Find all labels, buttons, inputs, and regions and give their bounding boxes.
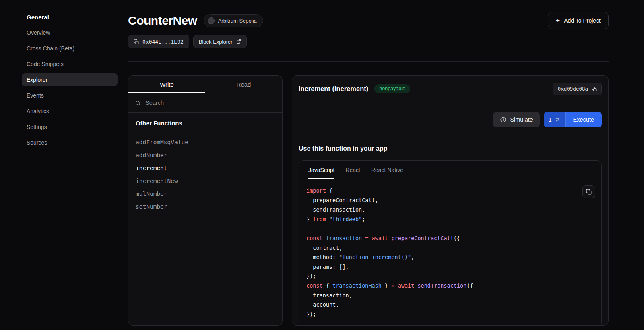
add-to-project-button[interactable]: + Add To Project — [548, 12, 609, 29]
sidebar-item-settings[interactable]: Settings — [22, 120, 118, 133]
explorer-content: Write Read Other Functions addFromMsgVal… — [128, 75, 609, 326]
sidebar-item-events[interactable]: Events — [22, 89, 118, 102]
contract-meta-row: 0x044E...1E92 Block Explorer — [128, 35, 609, 48]
page-header: CounterNew Arbitrum Sepolia + Add To Pro… — [128, 12, 609, 29]
code-line: sendTransaction, — [306, 205, 594, 215]
function-selector: 0xd09de08a — [558, 86, 588, 92]
other-functions-title: Other Functions — [136, 120, 275, 127]
function-detail-title: Increment (increment) — [299, 85, 368, 93]
usage-heading: Use this function in your app — [292, 127, 608, 152]
tab-read[interactable]: Read — [205, 76, 282, 93]
simulate-label: Simulate — [510, 116, 533, 123]
code-tabs: JavaScript React React Native — [299, 161, 601, 179]
function-detail-panel: Increment (increment) nonpayable 0xd09de… — [292, 75, 609, 326]
code-line: const transaction = await prepareContrac… — [306, 234, 594, 243]
function-item-setNumber[interactable]: setNumber — [128, 200, 282, 213]
main-content: CounterNew Arbitrum Sepolia + Add To Pro… — [128, 0, 644, 330]
search-icon — [135, 100, 141, 106]
code-line — [306, 224, 594, 234]
function-list: addFromMsgValue addNumber increment incr… — [128, 132, 282, 217]
sidebar-item-overview[interactable]: Overview — [22, 26, 118, 39]
code-line: prepareContractCall, — [306, 196, 594, 205]
external-link-icon — [236, 39, 241, 44]
block-explorer-label: Block Explorer — [199, 39, 233, 45]
code-block: import { prepareContractCall, sendTransa… — [306, 186, 594, 319]
tab-write[interactable]: Write — [128, 76, 205, 93]
function-detail-header: Increment (increment) nonpayable 0xd09de… — [292, 76, 608, 102]
sidebar: General Overview Cross Chain (Beta) Code… — [0, 0, 128, 330]
code-tab-react-native[interactable]: React Native — [371, 161, 403, 179]
functions-panel: Write Read Other Functions addFromMsgVal… — [128, 75, 283, 326]
code-tab-react[interactable]: React — [345, 161, 360, 179]
function-item-mulNumber[interactable]: mulNumber — [128, 187, 282, 200]
copy-icon — [592, 87, 597, 91]
function-item-addNumber[interactable]: addNumber — [128, 149, 282, 162]
copy-icon — [134, 39, 139, 44]
execute-button[interactable]: Execute — [566, 112, 602, 127]
code-copy-button[interactable] — [582, 185, 595, 198]
app-root: General Overview Cross Chain (Beta) Code… — [0, 0, 644, 330]
block-explorer-button[interactable]: Block Explorer — [193, 35, 247, 48]
sidebar-item-analytics[interactable]: Analytics — [22, 105, 118, 118]
sidebar-item-code-snippets[interactable]: Code Snippets — [22, 58, 118, 71]
code-line: method: "function increment()", — [306, 253, 594, 262]
code-card: JavaScript React React Native import { p… — [299, 160, 602, 326]
execute-count: 1 — [549, 116, 552, 123]
swap-icon — [555, 117, 560, 122]
sidebar-item-cross-chain[interactable]: Cross Chain (Beta) — [22, 42, 118, 55]
page-title: CounterNew — [128, 14, 197, 27]
sidebar-nav: Overview Cross Chain (Beta) Code Snippet… — [0, 26, 128, 149]
other-functions-header: Other Functions — [136, 120, 275, 132]
function-item-addFromMsgValue[interactable]: addFromMsgValue — [128, 136, 282, 149]
code-line: const { transactionHash } = await sendTr… — [306, 281, 594, 291]
function-tabs: Write Read — [128, 76, 282, 93]
code-line: import { — [306, 186, 594, 196]
code-line: transaction, — [306, 291, 594, 301]
header-divider — [128, 61, 609, 62]
action-row: Simulate 1 Execute — [292, 102, 608, 127]
code-line: }); — [306, 310, 594, 320]
function-item-incrementNew[interactable]: incrementNew — [128, 174, 282, 187]
contract-address-button[interactable]: 0x044E...1E92 — [128, 35, 189, 48]
code-line: }); — [306, 272, 594, 281]
code-wrap: import { prepareContractCall, sendTransa… — [299, 179, 601, 326]
code-tab-javascript[interactable]: JavaScript — [308, 161, 334, 179]
function-search-input[interactable] — [145, 100, 276, 106]
chain-icon — [208, 17, 215, 24]
function-search-row — [128, 93, 282, 113]
plus-icon: + — [556, 17, 560, 24]
function-item-increment[interactable]: increment — [128, 162, 282, 174]
code-line: account, — [306, 300, 594, 310]
sidebar-item-sources[interactable]: Sources — [22, 136, 118, 149]
info-icon — [500, 116, 506, 123]
execute-button-group: 1 Execute — [544, 112, 602, 127]
add-to-project-label: Add To Project — [564, 17, 601, 24]
simulate-button[interactable]: Simulate — [493, 112, 539, 127]
mutability-badge: nonpayable — [374, 84, 410, 93]
contract-address: 0x044E...1E92 — [142, 39, 184, 45]
code-line: params: [], — [306, 262, 594, 272]
network-badge[interactable]: Arbitrum Sepolia — [204, 14, 263, 27]
network-badge-label: Arbitrum Sepolia — [218, 18, 257, 24]
sidebar-heading: General — [0, 14, 128, 26]
code-line: contract, — [306, 243, 594, 253]
sidebar-item-explorer[interactable]: Explorer — [22, 73, 118, 86]
execute-count-toggle[interactable]: 1 — [544, 112, 566, 127]
function-selector-button[interactable]: 0xd09de08a — [553, 83, 602, 95]
code-line: } from "thirdweb"; — [306, 215, 594, 224]
